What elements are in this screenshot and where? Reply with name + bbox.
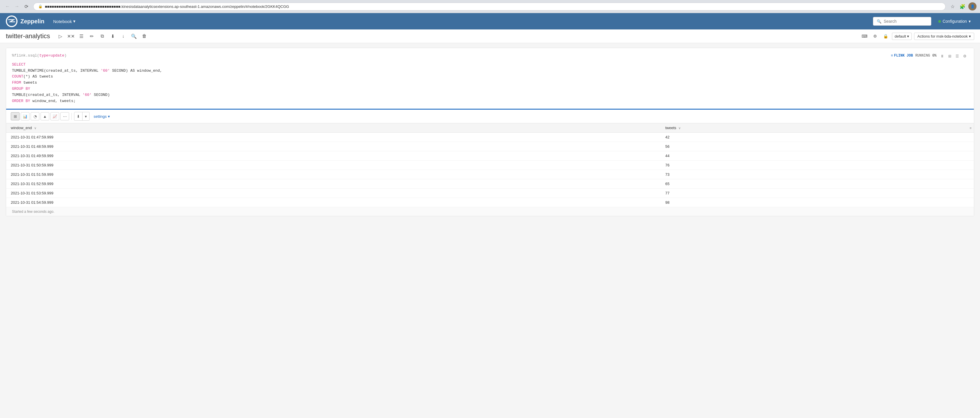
notebook-title: twitter-analytics: [6, 32, 50, 40]
code-line-2: TUMBLE_ROWTIME(created_at_ts, INTERVAL '…: [12, 68, 162, 74]
url-text: ■■■■■■■■■■■■■■■■■■■■■■■■■■■■■■■■■.kinesi…: [45, 4, 940, 9]
list-icon-button[interactable]: ☰: [954, 53, 961, 59]
flink-indicator: ≡ FLINK JOB RUNNING 0% ⏸ ⊞ ☰ ⚙: [891, 53, 968, 59]
green-status-dot: [938, 20, 941, 23]
show-hide-code-button[interactable]: ☰: [77, 32, 86, 41]
download-group: ⬇ ▾: [74, 112, 89, 121]
grid-icon-button[interactable]: ⊞: [947, 53, 953, 59]
address-bar[interactable]: 🔒 ■■■■■■■■■■■■■■■■■■■■■■■■■■■■■■■■■.kine…: [33, 3, 946, 11]
interpreter-select[interactable]: default ▾: [892, 33, 912, 40]
area-chart-button[interactable]: ▲: [41, 112, 49, 121]
table-row: 2021-10-31 01:53:59.99977: [6, 189, 974, 198]
table-header: window_end ∨ tweets ∨ ≡: [6, 123, 974, 133]
chevron-down-icon: ▾: [907, 34, 909, 38]
column-tweets[interactable]: tweets ∨ ≡: [661, 123, 974, 133]
settings-icon-button[interactable]: ⚙: [962, 53, 968, 59]
settings-button[interactable]: settings ▾: [91, 113, 113, 120]
toolbar-separator: [72, 113, 72, 120]
column-label-window-end: window_end: [11, 126, 32, 130]
logo-icon: [6, 16, 18, 27]
window-end-cell: 2021-10-31 01:52:59.999: [6, 179, 661, 189]
pie-chart-button[interactable]: ◔: [30, 112, 40, 121]
cell-footer: Started a few seconds ago.: [6, 207, 974, 216]
download-button[interactable]: ⬇: [75, 113, 82, 120]
table-row: 2021-10-31 01:52:59.99965: [6, 179, 974, 189]
settings-chevron-icon: ▾: [108, 114, 110, 119]
column-menu-icon: ≡: [970, 126, 972, 130]
browser-chrome: ← → ⟳ 🔒 ■■■■■■■■■■■■■■■■■■■■■■■■■■■■■■■■…: [0, 0, 980, 13]
line-chart-button[interactable]: 📈: [51, 112, 59, 121]
magic-suffix: ): [64, 53, 67, 58]
lock-icon: 🔒: [38, 4, 43, 8]
search-button[interactable]: 🔍: [129, 32, 138, 41]
app-header: Zeppelin Notebook ▾ 🔍 Configuration ▾: [0, 13, 980, 29]
export-button[interactable]: ⬇: [108, 32, 117, 41]
magic-param: type=update: [40, 53, 64, 58]
table-view-button[interactable]: ⊞: [11, 112, 19, 121]
code-line-6: TUMBLE(created_at_ts, INTERVAL '60' SECO…: [12, 92, 162, 98]
refresh-button[interactable]: ⟳: [22, 2, 30, 11]
right-toolbar: ⌨ ⚙ 🔒 default ▾ Actions for msk-bda-note…: [861, 32, 974, 40]
lock-button[interactable]: 🔒: [881, 32, 889, 40]
avatar: 👤: [968, 2, 977, 11]
window-end-cell: 2021-10-31 01:49:59.999: [6, 151, 661, 161]
search-box[interactable]: 🔍: [873, 17, 931, 25]
download-dropdown-button[interactable]: ▾: [83, 113, 89, 120]
data-table: window_end ∨ tweets ∨ ≡ 2021-10-31 01:47…: [6, 123, 974, 207]
tweets-cell: 73: [661, 170, 974, 179]
actions-button[interactable]: Actions for msk-bda-notebook ▾: [914, 33, 974, 40]
magic-prefix: %flink.ssql(: [12, 53, 40, 58]
bookmark-button[interactable]: ☆: [948, 2, 957, 11]
sort-icon: ∨: [678, 126, 681, 130]
magic-line: %flink.ssql(type=update): [12, 53, 162, 59]
commit-button[interactable]: ↓: [119, 32, 128, 41]
edit-button[interactable]: ✏: [88, 32, 96, 41]
extensions-button[interactable]: 🧩: [958, 2, 967, 11]
notebook-toolbar: twitter-analytics ▷ ✕✕ ☰ ✏ ⧉ ⬇ ↓ 🔍 🗑 ⌨ ⚙…: [0, 29, 980, 43]
flink-job-label: ≡ FLINK JOB: [891, 53, 913, 59]
zeppelin-logo: Zeppelin: [6, 16, 45, 27]
tweets-cell: 76: [661, 161, 974, 170]
config-label: Configuration: [943, 19, 967, 24]
code-line-3: COUNT(*) AS tweets: [12, 74, 162, 80]
toolbar-actions: ▷ ✕✕ ☰ ✏ ⧉ ⬇ ↓ 🔍 🗑: [56, 32, 149, 41]
notebook-menu[interactable]: Notebook ▾: [50, 17, 78, 25]
cell-toolbar-icons: ⏸ ⊞ ☰ ⚙: [939, 53, 968, 59]
flink-job-text: FLINK JOB: [894, 53, 913, 59]
clone-button[interactable]: ⧉: [98, 32, 107, 41]
forward-button[interactable]: →: [13, 2, 21, 11]
run-all-button[interactable]: ▷: [56, 32, 65, 41]
notebook-menu-label: Notebook: [53, 19, 72, 24]
window-end-cell: 2021-10-31 01:54:59.999: [6, 198, 661, 207]
tweets-cell: 56: [661, 142, 974, 151]
code-line-7: ORDER BY window_end, tweets;: [12, 98, 162, 104]
run-all-paragraphs-button[interactable]: ✕✕: [67, 32, 75, 41]
sort-icon: ∨: [34, 126, 37, 130]
window-end-cell: 2021-10-31 01:53:59.999: [6, 189, 661, 198]
delete-button[interactable]: 🗑: [140, 32, 149, 41]
table-row: 2021-10-31 01:54:59.99998: [6, 198, 974, 207]
chevron-down-icon: ▾: [969, 34, 971, 38]
tweets-cell: 65: [661, 179, 974, 189]
scatter-chart-button[interactable]: ⋯: [60, 112, 69, 121]
settings-icon-button[interactable]: ⚙: [871, 32, 879, 40]
back-button[interactable]: ←: [3, 2, 12, 11]
config-button[interactable]: Configuration ▾: [935, 17, 974, 25]
window-end-cell: 2021-10-31 01:51:59.999: [6, 170, 661, 179]
search-input[interactable]: [884, 19, 928, 24]
pause-icon-button[interactable]: ⏸: [939, 53, 945, 59]
result-toolbar: ⊞ 📊 ◔ ▲ 📈 ⋯ ⬇ ▾ settings ▾: [6, 110, 974, 123]
cell-editor[interactable]: %flink.ssql(type=update) SELECT TUMBLE_R…: [6, 48, 974, 109]
table-row: 2021-10-31 01:49:59.99944: [6, 151, 974, 161]
keyboard-shortcut-button[interactable]: ⌨: [861, 32, 869, 40]
column-window-end[interactable]: window_end ∨: [6, 123, 661, 133]
column-label-tweets: tweets: [665, 126, 676, 130]
table-row: 2021-10-31 01:50:59.99976: [6, 161, 974, 170]
bar-chart-button[interactable]: 📊: [21, 112, 29, 121]
table-row: 2021-10-31 01:47:59.99942: [6, 133, 974, 142]
running-badge: RUNNING: [915, 53, 930, 59]
window-end-cell: 2021-10-31 01:50:59.999: [6, 161, 661, 170]
cell: %flink.ssql(type=update) SELECT TUMBLE_R…: [6, 48, 974, 216]
flink-icon: ≡: [891, 53, 893, 59]
tweets-cell: 44: [661, 151, 974, 161]
